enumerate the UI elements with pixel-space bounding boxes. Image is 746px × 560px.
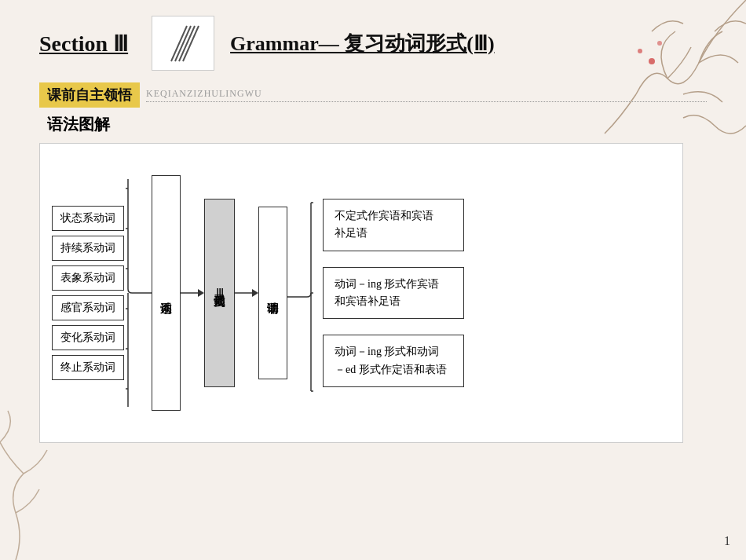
sub-header-badge: 课前自主领悟 (39, 82, 140, 108)
header-logo (152, 16, 214, 71)
pen-logo-icon (159, 22, 207, 65)
svg-line-4 (175, 26, 191, 61)
left-box-3: 表象系动词 (52, 265, 124, 291)
page-content: Section Ⅲ Grammar— 复习动词形式(Ⅲ) 课前自主领悟 KEQI… (0, 0, 746, 459)
left-box-5: 变化系动词 (52, 325, 124, 350)
header: Section Ⅲ Grammar— 复习动词形式(Ⅲ) (39, 16, 707, 75)
grammar-title: Grammar— 复习动词形式(Ⅲ) (230, 30, 494, 57)
svg-marker-14 (198, 289, 204, 297)
left-brace-connector (124, 171, 152, 415)
section-subtitle: 语法图解 (47, 114, 707, 135)
left-column: 状态系动词 持续系动词 表象系动词 感官系动词 变化系动词 终止系动词 (52, 206, 124, 380)
right-column: 不定式作宾语和宾语补足语 动词－ing 形式作宾语和宾语补足语 动词－ing 形… (323, 199, 464, 387)
grammar-diagram: 状态系动词 持续系动词 表象系动词 感官系动词 变化系动词 终止系动词 (39, 143, 683, 443)
left-box-2: 持续系动词 (52, 236, 124, 261)
section-title: Section Ⅲ (39, 31, 128, 57)
left-box-1: 状态系动词 (52, 206, 124, 231)
diagram-inner: 状态系动词 持续系动词 表象系动词 感官系动词 变化系动词 终止系动词 (52, 159, 671, 426)
left-box-6: 终止系动词 (52, 355, 124, 380)
right-box-1: 不定式作宾语和宾语补足语 (323, 199, 464, 251)
right-box-2: 动词－ing 形式作宾语和宾语补足语 (323, 267, 464, 320)
center-box-feiwei: 非谓语动词 (258, 207, 287, 379)
right-brace-connector (287, 171, 315, 415)
sub-header-pinyin: KEQIANZIZHULINGWU (146, 88, 707, 102)
arrow-2 (235, 285, 258, 301)
left-box-4: 感官系动词 (52, 295, 124, 320)
svg-marker-16 (252, 289, 258, 297)
center-box-lianxi: 连系动词 (152, 175, 181, 411)
arrow-1 (181, 285, 204, 301)
svg-line-5 (179, 26, 195, 61)
sub-header: 课前自主领悟 KEQIANZIZHULINGWU (39, 82, 707, 108)
right-box-3: 动词－ing 形式和动词－ed 形式作定语和表语 (323, 335, 464, 387)
center-box-fuxi: 复习动词形式Ⅲ (204, 199, 235, 387)
page-number: 1 (724, 534, 730, 548)
